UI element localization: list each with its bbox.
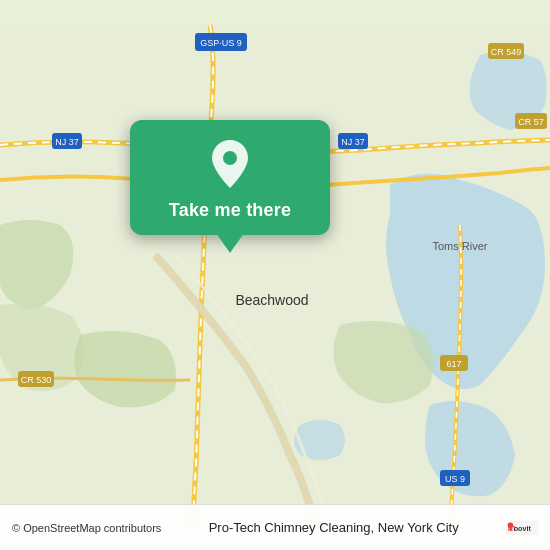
map-background: GSP·US 9 NJ 37 NJ 37 NJ 37 CR 549 CR 530… — [0, 0, 550, 550]
popup-card: Take me there — [130, 120, 330, 235]
svg-text:617: 617 — [446, 359, 461, 369]
svg-text:GSP·US 9: GSP·US 9 — [200, 38, 242, 48]
business-name: Pro-Tech Chimney Cleaning, New York City — [209, 520, 459, 535]
bottom-bar: © OpenStreetMap contributors Pro-Tech Ch… — [0, 504, 550, 550]
moovit-logo: m oovit — [506, 512, 538, 544]
osm-credit-text: © OpenStreetMap contributors — [12, 522, 161, 534]
svg-text:CR 530: CR 530 — [21, 375, 52, 385]
svg-text:NJ 37: NJ 37 — [55, 137, 79, 147]
svg-text:oovit: oovit — [514, 525, 532, 533]
svg-text:Toms River: Toms River — [432, 240, 487, 252]
svg-text:Beachwood: Beachwood — [235, 292, 308, 308]
location-pin-icon — [204, 138, 256, 190]
svg-point-21 — [223, 151, 237, 165]
osm-credit: © OpenStreetMap contributors — [12, 522, 161, 534]
svg-text:NJ 37: NJ 37 — [341, 137, 365, 147]
svg-text:CR 549: CR 549 — [491, 47, 522, 57]
svg-text:US 9: US 9 — [445, 474, 465, 484]
take-me-there-button[interactable]: Take me there — [169, 200, 291, 221]
svg-point-25 — [508, 522, 514, 528]
svg-text:CR 57: CR 57 — [518, 117, 544, 127]
map-container: GSP·US 9 NJ 37 NJ 37 NJ 37 CR 549 CR 530… — [0, 0, 550, 550]
